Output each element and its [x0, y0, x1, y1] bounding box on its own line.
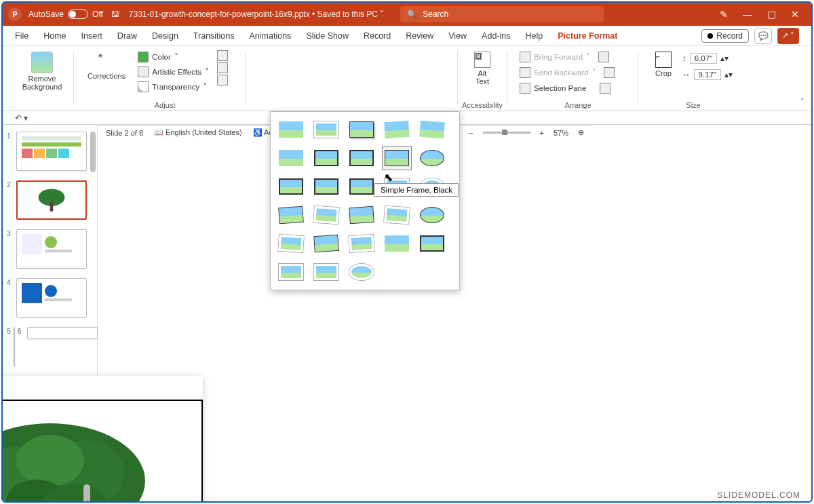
picture-frame[interactable]: [1, 400, 203, 503]
tab-transitions[interactable]: Transitions: [193, 31, 235, 41]
picture-style-option[interactable]: [311, 117, 341, 142]
height-input[interactable]: ↕ 6.07" ▴▾: [680, 52, 735, 65]
transparency-button[interactable]: Transparency ˅: [135, 80, 212, 94]
compress-icon[interactable]: [217, 50, 228, 61]
close-button[interactable]: ✕: [791, 9, 799, 20]
picture-style-option[interactable]: [311, 146, 341, 170]
canvas-scrollbar[interactable]: [83, 484, 90, 503]
zoom-level[interactable]: 57%: [554, 129, 568, 137]
slide-thumbnail[interactable]: [27, 327, 98, 339]
search-icon: 🔍: [407, 9, 417, 19]
watermark: SLIDEMODEL.COM: [717, 490, 800, 500]
svg-point-5: [16, 435, 84, 486]
slide-thumbnails-panel: 1 2 3 4 5 6: [3, 125, 98, 486]
zoom-in-button[interactable]: +: [540, 129, 544, 137]
picture-style-option[interactable]: [347, 203, 376, 227]
minimize-button[interactable]: —: [743, 9, 752, 20]
change-picture-icon[interactable]: [217, 62, 228, 73]
comments-button[interactable]: 💬: [754, 28, 772, 44]
zoom-out-button[interactable]: −: [469, 129, 473, 137]
cursor-icon: ⬉: [384, 171, 393, 184]
zoom-slider[interactable]: [483, 132, 530, 134]
slide-thumbnail[interactable]: [16, 229, 87, 269]
picture-style-option[interactable]: [417, 146, 447, 170]
picture-style-option[interactable]: [276, 146, 306, 170]
width-input[interactable]: ↔ 9.17" ▴▾: [680, 68, 735, 81]
slide-thumbnail[interactable]: [14, 327, 15, 366]
arrange-group-label: Arrange: [517, 101, 639, 109]
selection-pane-button[interactable]: Selection Pane: [517, 81, 617, 95]
accessibility-group-label: Accessibility: [462, 101, 503, 109]
picture-styles-gallery: [270, 111, 460, 290]
picture-style-option[interactable]: [347, 174, 376, 199]
picture-style-option[interactable]: [417, 231, 447, 256]
crop-button[interactable]: ⌐ Crop: [651, 49, 676, 80]
tab-slideshow[interactable]: Slide Show: [306, 31, 349, 41]
slide-canvas[interactable]: [1, 376, 203, 503]
tab-record[interactable]: Record: [364, 31, 391, 41]
corrections-button[interactable]: ☀ Corrections: [83, 49, 130, 94]
tab-home[interactable]: Home: [43, 31, 66, 41]
picture-style-option[interactable]: [347, 260, 376, 284]
fit-window-icon[interactable]: ⊕: [578, 128, 584, 137]
tab-draw[interactable]: Draw: [117, 31, 137, 41]
search-input[interactable]: 🔍 Search: [400, 6, 604, 22]
autosave-toggle[interactable]: AutoSave Off: [28, 9, 103, 19]
tab-picture-format[interactable]: Picture Format: [558, 31, 617, 41]
picture-style-option[interactable]: [276, 231, 306, 256]
picture-style-option[interactable]: [276, 174, 306, 199]
alt-text-button[interactable]: 🖼 Alt Text: [470, 49, 495, 88]
size-group-label: Size: [642, 101, 744, 109]
slide-thumbnail[interactable]: [16, 132, 87, 171]
picture-style-option[interactable]: [417, 203, 447, 227]
slide-counter[interactable]: Slide 2 of 8: [106, 129, 143, 137]
tab-review[interactable]: Review: [406, 31, 433, 41]
tab-help[interactable]: Help: [525, 31, 543, 41]
picture-style-option[interactable]: [417, 117, 447, 142]
picture-style-option[interactable]: [311, 174, 341, 199]
tab-animations[interactable]: Animations: [250, 31, 292, 41]
ink-icon[interactable]: ✎: [720, 9, 728, 20]
toggle-icon[interactable]: [68, 9, 88, 19]
ribbon-collapse-icon[interactable]: ˅: [800, 98, 805, 106]
tab-design[interactable]: Design: [152, 31, 178, 41]
send-backward-button[interactable]: Send Backward ˅: [517, 66, 617, 79]
picture-style-option[interactable]: [382, 146, 412, 170]
picture-style-option[interactable]: [311, 203, 341, 227]
thumbnail-scrollbar[interactable]: [90, 132, 96, 172]
reset-picture-icon[interactable]: [217, 75, 228, 85]
share-button[interactable]: ↗ ˅: [777, 28, 799, 44]
bring-forward-button[interactable]: Bring Forward ˅: [517, 50, 617, 64]
tab-addins[interactable]: Add-ins: [482, 31, 510, 41]
maximize-button[interactable]: ▢: [767, 9, 776, 20]
tab-insert[interactable]: Insert: [81, 31, 102, 41]
picture-style-option[interactable]: [347, 231, 376, 256]
slide-thumbnail[interactable]: [16, 278, 87, 317]
record-button[interactable]: Record: [701, 29, 749, 43]
picture-style-option[interactable]: [276, 203, 306, 227]
undo-icon[interactable]: ↶ ▾: [15, 113, 28, 123]
menu-bar: File Home Insert Draw Design Transitions…: [3, 26, 811, 46]
app-icon: P: [8, 7, 22, 21]
picture-style-option[interactable]: [311, 231, 341, 256]
search-placeholder: Search: [423, 9, 448, 19]
picture-style-option[interactable]: [347, 146, 376, 170]
tab-file[interactable]: File: [15, 31, 28, 41]
picture-style-option[interactable]: [311, 260, 341, 284]
picture-style-option[interactable]: [276, 117, 306, 142]
language-indicator[interactable]: 📖 English (United States): [154, 128, 242, 137]
picture-style-option[interactable]: [382, 231, 412, 256]
tab-view[interactable]: View: [448, 31, 467, 41]
picture-style-option[interactable]: [382, 203, 412, 227]
file-name[interactable]: 7331-01-growth-concept-for-powerpoint-16…: [129, 9, 384, 19]
tree-image: [1, 413, 159, 503]
picture-style-option[interactable]: [347, 117, 376, 142]
picture-style-option[interactable]: [382, 117, 412, 142]
color-button[interactable]: Color ˅: [135, 50, 212, 64]
svg-rect-1: [50, 202, 54, 212]
slide-thumbnail[interactable]: [16, 180, 87, 220]
save-icon[interactable]: 🖫: [111, 9, 119, 19]
artistic-effects-button[interactable]: Artistic Effects ˅: [135, 65, 212, 79]
remove-background-button[interactable]: Remove Background: [18, 49, 66, 94]
picture-style-option[interactable]: [276, 260, 306, 284]
